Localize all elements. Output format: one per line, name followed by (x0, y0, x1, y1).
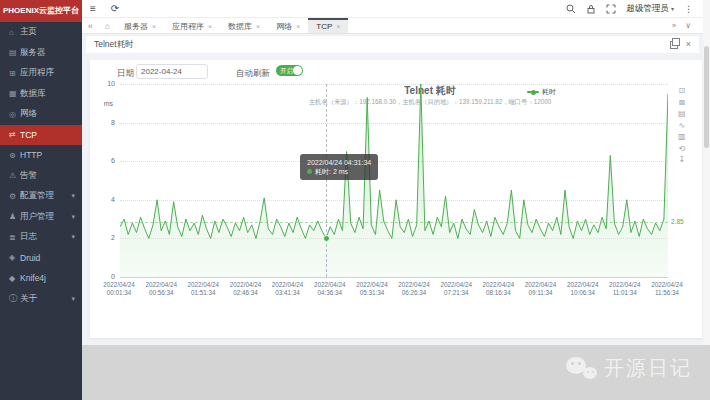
y-tick-label: 6 (90, 157, 115, 164)
tabs-right-controls: » ∨ (672, 18, 703, 33)
bottom-band: 开源日记 (82, 345, 710, 400)
sidebar-item-druid[interactable]: ◈Druid (0, 248, 82, 269)
search-icon[interactable] (566, 4, 576, 14)
sidebar-item-label: HTTP (20, 150, 42, 160)
chevron-down-icon: ▾ (71, 213, 75, 221)
zoom-select-icon[interactable]: ⊡ (678, 86, 686, 95)
sidebar-item-http[interactable]: ⊛HTTP (0, 145, 82, 166)
chart-plot[interactable] (120, 84, 668, 277)
watermark-text: 开源日记 (604, 355, 692, 382)
x-tick-label: 2022/04/2411:01:34 (609, 281, 641, 296)
sidebar-item-config[interactable]: ⚙配置管理▾ (0, 186, 82, 207)
sidebar-item-knife4j[interactable]: ◆Knife4j (0, 268, 82, 289)
tab-application[interactable]: 应用程序× (164, 18, 220, 33)
collapse-sidebar-icon[interactable]: ≡ (90, 3, 96, 14)
close-panel-icon[interactable]: × (686, 40, 691, 49)
x-tick-date: 2022/04/24 (314, 281, 346, 289)
tabs-more-icon[interactable]: ∨ (685, 21, 691, 30)
fullscreen-icon[interactable] (606, 4, 616, 14)
restore-icon[interactable]: ⟲ (678, 144, 686, 153)
sidebar-item-home[interactable]: ⌂主页 (0, 22, 82, 43)
tab-database[interactable]: 数据库× (220, 18, 268, 33)
restore-panel-icon[interactable] (670, 41, 678, 49)
date-input[interactable] (136, 64, 208, 79)
sidebar-item-logs[interactable]: ≣日志▾ (0, 227, 82, 248)
tab-server[interactable]: 服务器× (116, 18, 164, 33)
series-marker-icon (307, 169, 312, 174)
sidebar-item-label: 配置管理 (20, 190, 54, 202)
switch-line-chart-icon[interactable]: ∿ (678, 121, 686, 130)
sidebar-item-label: 告警 (20, 170, 37, 182)
tab-label: TCP (316, 22, 332, 31)
tab-close-icon[interactable]: × (336, 23, 340, 30)
tab-label: 应用程序 (172, 21, 204, 32)
topbar-right: 超级管理员 ▾ ⋮ (566, 3, 703, 15)
application-icon: ⊞ (9, 69, 20, 78)
x-tick-time: 00:56:34 (145, 289, 177, 297)
hovered-point (323, 235, 330, 242)
data-view-icon[interactable]: ▤ (678, 109, 686, 118)
sidebar-nav: ⌂主页▤服务器⊞应用程序▦数据库◎网络⇄TCP⊛HTTP⚠告警⚙配置管理▾♟用户… (0, 22, 82, 309)
toggle-on-label: 开启 (280, 65, 293, 76)
tabs-forward-icon[interactable]: » (672, 21, 676, 30)
user-dropdown[interactable]: 超级管理员 ▾ (626, 3, 674, 15)
sidebar-item-users[interactable]: ♟用户管理▾ (0, 207, 82, 228)
panel-window-controls: × (670, 40, 699, 49)
sidebar-item-server[interactable]: ▤服务器 (0, 43, 82, 64)
sidebar-item-network[interactable]: ◎网络 (0, 104, 82, 125)
tab-close-icon[interactable]: × (296, 23, 300, 30)
x-tick-date: 2022/04/24 (440, 281, 472, 289)
sidebar-item-label: TCP (20, 130, 37, 140)
y-tick-label: 8 (90, 119, 115, 126)
sidebar-item-application[interactable]: ⊞应用程序 (0, 63, 82, 84)
y-tick-label: 2 (90, 234, 115, 241)
auto-refresh-label: 自动刷新 (236, 68, 270, 80)
x-tick-date: 2022/04/24 (567, 281, 599, 289)
x-tick-time: 02:46:34 (230, 289, 262, 297)
switch-bar-chart-icon[interactable]: ▥ (678, 132, 686, 141)
save-image-icon[interactable]: ↧ (678, 155, 686, 164)
chart-toolbox: ⊡⊠▤∿▥⟲↧ (678, 86, 686, 164)
x-tick-label: 2022/04/2400:01:34 (103, 281, 135, 296)
lock-icon[interactable] (586, 4, 596, 14)
sidebar-item-label: 主页 (20, 26, 37, 38)
tab-network[interactable]: 网络× (268, 18, 308, 33)
home-icon[interactable]: ⌂ (99, 18, 116, 33)
chevron-down-icon: ▾ (671, 5, 674, 12)
tab-close-icon[interactable]: × (208, 23, 212, 30)
breadcrumb-bar: Telnet耗时 × (86, 36, 699, 53)
kebab-menu-icon[interactable]: ⋮ (684, 4, 693, 14)
sidebar-item-tcp[interactable]: ⇄TCP (0, 125, 82, 146)
tab-close-icon[interactable]: × (152, 23, 156, 30)
x-tick-label: 2022/04/2408:16:34 (483, 281, 515, 296)
x-tick-time: 07:21:34 (440, 289, 472, 297)
main-area: ≡ ⟳ 超级管理员 ▾ ⋮ (82, 0, 710, 400)
sidebar-item-label: 应用程序 (20, 67, 54, 79)
sidebar-item-label: 日志 (20, 231, 37, 243)
users-icon: ♟ (9, 212, 20, 221)
tab-strip: « ⌂ 服务器×应用程序×数据库×网络×TCP× » ∨ (82, 18, 703, 34)
x-tick-date: 2022/04/24 (398, 281, 430, 289)
http-icon: ⊛ (9, 151, 20, 160)
x-tick-date: 2022/04/24 (483, 281, 515, 289)
x-axis-line (120, 277, 668, 278)
x-tick-time: 00:01:34 (103, 289, 135, 297)
tab-label: 服务器 (124, 21, 148, 32)
series-line (120, 84, 668, 238)
x-tick-date: 2022/04/24 (609, 281, 641, 289)
tab-tcp[interactable]: TCP× (308, 18, 348, 33)
sidebar-item-about[interactable]: ⓘ关于▾ (0, 289, 82, 310)
sidebar-item-alarm[interactable]: ⚠告警 (0, 166, 82, 187)
auto-refresh-toggle[interactable]: 开启 (276, 65, 303, 76)
druid-icon: ◈ (9, 253, 20, 262)
zoom-reset-icon[interactable]: ⊠ (678, 98, 686, 107)
tabs-back-icon[interactable]: « (82, 18, 99, 33)
sidebar-item-label: 数据库 (20, 88, 46, 100)
x-tick-label: 2022/04/2406:26:34 (398, 281, 430, 296)
scrollbar-thumb[interactable] (704, 46, 709, 148)
refresh-icon[interactable]: ⟳ (111, 3, 119, 14)
y-tick-label: 10 (90, 80, 115, 87)
network-icon: ◎ (9, 110, 20, 119)
sidebar-item-database[interactable]: ▦数据库 (0, 84, 82, 105)
tab-close-icon[interactable]: × (256, 23, 260, 30)
